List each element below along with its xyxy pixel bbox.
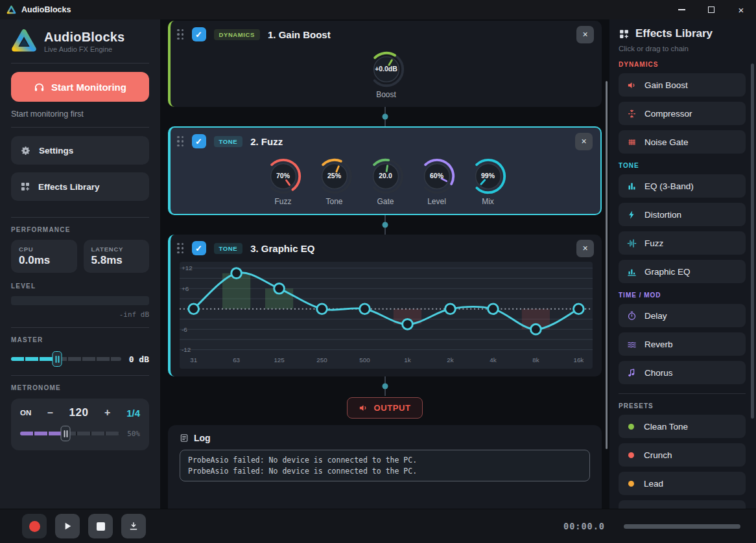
minimize-button[interactable] (667, 0, 696, 19)
preset-item-crunch[interactable]: Crunch (619, 443, 746, 467)
log-line: ProbeAsio failed: No device is connected… (188, 455, 582, 466)
library-item-graphic-eq[interactable]: Graphic EQ (619, 260, 746, 283)
metronome-label: METRONOME (11, 384, 149, 391)
remove-block-button[interactable]: × (575, 133, 593, 150)
log-icon (180, 433, 189, 443)
knob-fuzz[interactable]: 70% Fuzz (263, 156, 303, 206)
latency-label: LATENCY (91, 246, 142, 253)
library-scrollbar[interactable] (751, 64, 754, 419)
effect-block-gain-boost: ✓ DYNAMICS 1. Gain Boost × +0.0dB (168, 21, 602, 107)
metronome-card: ON – 120 + 1/4 50% (11, 399, 149, 450)
preset-item-lead[interactable]: Lead (619, 472, 746, 495)
metronome-volume-thumb[interactable] (61, 426, 71, 441)
bpm-increase-button[interactable]: + (100, 407, 114, 419)
svg-text:+12: +12 (182, 264, 193, 272)
compressor-icon (626, 108, 637, 119)
knob-boost[interactable]: +0.0dB Boost (366, 49, 407, 99)
svg-text:2k: 2k (447, 356, 453, 364)
output-button[interactable]: OUTPUT (347, 397, 422, 419)
library-item-gain-boost[interactable]: Gain Boost (619, 73, 746, 97)
graph-bars-icon (626, 266, 637, 277)
latency-card: LATENCY 5.8ms (84, 240, 150, 273)
knob-gate[interactable]: 20.0 Gate (366, 156, 406, 206)
knob-label: Mix (482, 197, 494, 206)
divider (619, 393, 746, 394)
start-monitoring-button[interactable]: Start Monitoring (11, 72, 149, 102)
remove-block-button[interactable]: × (576, 240, 594, 257)
library-item-distortion[interactable]: Distortion (619, 203, 746, 226)
library-item-noise-gate[interactable]: Noise Gate (619, 130, 746, 154)
library-item-label: Fuzz (644, 238, 663, 248)
library-item-reverb[interactable]: Reverb (619, 332, 746, 356)
app-logo (11, 29, 37, 54)
preset-item-clean-tone[interactable]: Clean Tone (619, 415, 746, 438)
grid-plus-icon (20, 181, 30, 192)
maximize-button[interactable] (696, 0, 726, 19)
block-title: 1. Gain Boost (268, 29, 331, 40)
preset-item-ambient[interactable]: Ambient (619, 500, 746, 509)
sidebar-item-effects-library[interactable]: Effects Library (11, 172, 149, 201)
library-item-fuzz[interactable]: Fuzz (619, 231, 746, 255)
music-note-icon (626, 367, 637, 378)
titlebar: AudioBlocks × (0, 0, 756, 19)
metronome-on-toggle[interactable]: ON (20, 409, 31, 417)
speaker-icon (359, 403, 368, 413)
main-scrollbar[interactable] (606, 81, 608, 449)
svg-text:250: 250 (316, 356, 327, 364)
play-icon (62, 521, 73, 531)
library-item-chorus[interactable]: Chorus (619, 361, 746, 384)
bpm-decrease-button[interactable]: – (43, 407, 57, 419)
drag-handle[interactable] (177, 29, 184, 40)
library-item-compressor[interactable]: Compressor (619, 102, 746, 125)
drag-handle[interactable] (177, 136, 184, 147)
chain-connector (168, 215, 602, 235)
library-title: Effects Library (635, 27, 713, 40)
record-icon (29, 521, 40, 532)
svg-text:31: 31 (190, 356, 197, 364)
library-item-label: Gain Boost (644, 80, 688, 90)
stop-button[interactable] (88, 514, 113, 538)
knob-tone[interactable]: 25% Tone (314, 156, 355, 206)
enable-checkbox[interactable]: ✓ (192, 241, 206, 255)
library-item-eq-3-band[interactable]: EQ (3-Band) (619, 174, 746, 198)
brand-subtitle: Live Audio FX Engine (44, 45, 124, 53)
export-button[interactable] (121, 514, 146, 538)
eq-bars-icon (626, 181, 637, 191)
library-item-delay[interactable]: Delay (619, 304, 746, 327)
remove-block-button[interactable]: × (576, 26, 594, 43)
svg-text:4k: 4k (490, 356, 496, 364)
knob-value: 25% (314, 172, 355, 179)
knob-mix[interactable]: 99% Mix (468, 156, 508, 206)
section-label-dynamics: DYNAMICS (619, 61, 746, 68)
svg-text:500: 500 (359, 356, 370, 364)
record-button[interactable] (22, 514, 47, 538)
divider (11, 127, 149, 128)
library-item-label: Compressor (644, 109, 692, 119)
preset-dot (628, 424, 634, 430)
play-button[interactable] (55, 514, 80, 538)
log-title: Log (194, 433, 211, 443)
master-slider-track[interactable] (11, 357, 121, 361)
playback-progress-bar[interactable] (624, 524, 740, 529)
brand: AudioBlocks Live Audio FX Engine (11, 29, 149, 54)
time-signature[interactable]: 1/4 (126, 408, 140, 419)
library-item-label: Noise Gate (644, 137, 689, 147)
enable-checkbox[interactable]: ✓ (192, 27, 206, 41)
master-slider-thumb[interactable] (53, 351, 62, 367)
preset-label: Clean Tone (644, 422, 688, 432)
master-slider[interactable] (11, 351, 121, 367)
sidebar-item-settings[interactable]: Settings (11, 136, 149, 165)
knob-level[interactable]: 60% Level (417, 156, 457, 206)
gear-icon (20, 145, 31, 156)
bolt-icon (626, 209, 637, 220)
left-sidebar: AudioBlocks Live Audio FX Engine Start M… (0, 19, 160, 509)
svg-text:+6: +6 (182, 285, 189, 292)
close-window-button[interactable]: × (726, 0, 756, 19)
eq-curve-chart[interactable]: +12+6-6-1231631252505001k2k4k8k16k (171, 262, 602, 376)
log-output: ProbeAsio failed: No device is connected… (180, 450, 590, 481)
drag-handle[interactable] (177, 243, 184, 254)
enable-checkbox[interactable]: ✓ (192, 134, 206, 148)
svg-text:1k: 1k (404, 356, 410, 364)
knob-value: 99% (468, 172, 508, 179)
metronome-volume-slider[interactable] (20, 426, 119, 441)
